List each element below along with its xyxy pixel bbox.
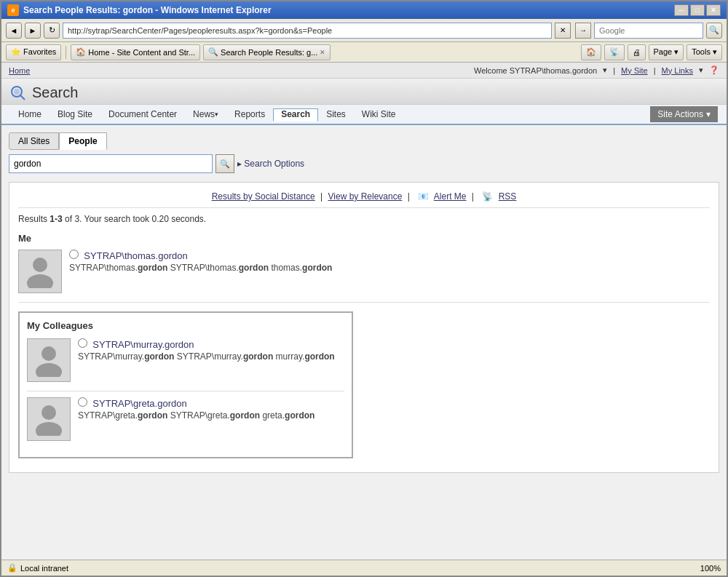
results-by-social-link[interactable]: Results by Social Distance xyxy=(212,191,315,202)
home-button[interactable]: 🏠 xyxy=(581,44,601,60)
svg-point-4 xyxy=(27,274,53,288)
title-bar: e Search People Results: gordon - Window… xyxy=(1,1,727,19)
page-title-text: Search xyxy=(32,84,78,101)
page-menu[interactable]: Page ▾ xyxy=(649,44,684,60)
result-radio-thomas[interactable] xyxy=(69,250,79,259)
stop-button[interactable]: ✕ xyxy=(555,23,571,39)
result-name-text-murray[interactable]: SYTRAP\murray.gordon xyxy=(92,339,194,350)
site-actions-label: Site Actions xyxy=(657,109,703,119)
help-icon[interactable]: ❓ xyxy=(709,65,719,75)
browser-search-button[interactable]: 🔍 xyxy=(706,23,722,39)
tab-all-sites[interactable]: All Sites xyxy=(9,132,59,150)
result-thomas-gordon: SYTRAP\thomas.gordon SYTRAP\thomas.gordo… xyxy=(18,250,710,293)
nav-search[interactable]: Search xyxy=(273,108,318,122)
current-tab-label: Search People Results: g... xyxy=(221,48,317,57)
colleague-divider xyxy=(27,391,344,391)
zoom-text: 100% xyxy=(700,564,721,573)
search-input[interactable] xyxy=(9,154,213,173)
welcome-bar: Welcome SYTRAP\thomas.gordon ▾ | My Site… xyxy=(474,65,719,75)
status-text: Local intranet xyxy=(20,564,68,573)
result-name-thomas: SYTRAP\thomas.gordon xyxy=(69,250,710,261)
go-button[interactable]: → xyxy=(575,23,591,39)
svg-point-2 xyxy=(14,89,20,95)
nav-wiki-site[interactable]: Wiki Site xyxy=(354,108,404,120)
svg-point-6 xyxy=(36,363,62,377)
address-text: http://sytrap/SearchCenter/Pages/peopler… xyxy=(68,26,547,35)
title-bar-left: e Search People Results: gordon - Window… xyxy=(7,4,272,16)
nav-home[interactable]: Home xyxy=(10,108,50,120)
tools-menu[interactable]: Tools ▾ xyxy=(687,44,722,60)
page-title: Search xyxy=(10,84,718,101)
person-avatar-murray-icon xyxy=(34,344,63,377)
my-site-link[interactable]: My Site xyxy=(621,66,648,75)
status-bar: 🔒 Local intranet 100% xyxy=(1,560,727,576)
svg-point-8 xyxy=(36,422,62,436)
my-links-dropdown[interactable]: ▾ xyxy=(699,65,703,75)
person-avatar-icon xyxy=(25,255,55,288)
result-name-murray: SYTRAP\murray.gordon xyxy=(78,338,344,350)
result-radio-greta[interactable] xyxy=(78,397,87,407)
sep2: | xyxy=(408,191,412,202)
address-bar[interactable]: http://sytrap/SearchCenter/Pages/peopler… xyxy=(63,23,552,39)
colleagues-box: My Colleagues SYTRAP\murra xyxy=(18,311,353,458)
status-right: 100% xyxy=(700,564,721,573)
status-left: 🔒 Local intranet xyxy=(7,563,68,573)
sp-topbar: Home Welcome SYTRAP\thomas.gordon ▾ | My… xyxy=(1,63,727,79)
nav-news[interactable]: News xyxy=(185,108,226,120)
result-radio-murray[interactable] xyxy=(78,338,87,348)
tab-close-icon[interactable]: ✕ xyxy=(320,49,325,56)
rss-link[interactable]: RSS xyxy=(499,191,517,202)
result-info-greta: SYTRAP\greta.gordon SYTRAP\greta.gordon … xyxy=(78,397,344,421)
home-icon: 🏠 xyxy=(76,47,86,57)
search-logo-icon xyxy=(10,85,26,101)
forward-button[interactable]: ► xyxy=(25,23,41,39)
search-options-link[interactable]: Search Options xyxy=(237,159,304,169)
nav-items: Home Blog Site Document Center News Repo… xyxy=(10,108,404,120)
nav-reports[interactable]: Reports xyxy=(226,108,273,120)
toolbar-bar: ⭐ Favorites 🏠 Home - Site Content and St… xyxy=(1,42,727,63)
alert-me-link[interactable]: Alert Me xyxy=(434,191,467,202)
section-divider xyxy=(18,302,710,303)
svg-point-5 xyxy=(41,346,56,361)
result-details-murray: SYTRAP\murray.gordon SYTRAP\murray.gordo… xyxy=(78,351,344,362)
favorites-button[interactable]: ⭐ Favorites xyxy=(6,44,61,60)
nav-sites[interactable]: Sites xyxy=(318,108,354,120)
my-links-link[interactable]: My Links xyxy=(662,66,693,75)
result-name-text-greta[interactable]: SYTRAP\greta.gordon xyxy=(92,398,186,409)
breadcrumb[interactable]: Home xyxy=(9,66,30,75)
link-separator: | xyxy=(654,66,656,75)
avatar-thomas xyxy=(18,250,62,293)
result-details-thomas: SYTRAP\thomas.gordon SYTRAP\thomas.gordo… xyxy=(69,263,710,273)
search-go-button[interactable]: 🔍 xyxy=(215,154,234,173)
toolbar-right: 🏠 📡 🖨 Page ▾ Tools ▾ xyxy=(581,44,723,60)
minimize-button[interactable]: ─ xyxy=(674,4,689,16)
current-tab[interactable]: 🔍 Search People Results: g... ✕ xyxy=(203,44,331,60)
site-actions-button[interactable]: Site Actions xyxy=(650,106,718,122)
maximize-button[interactable]: □ xyxy=(690,4,705,16)
refresh-button[interactable]: ↻ xyxy=(44,23,60,39)
tab-people[interactable]: People xyxy=(59,132,106,150)
me-section-title: Me xyxy=(18,233,710,244)
avatar-greta xyxy=(27,397,71,441)
svg-line-1 xyxy=(20,95,25,100)
back-button[interactable]: ◄ xyxy=(6,23,22,39)
welcome-dropdown-icon[interactable]: ▾ xyxy=(603,65,607,75)
print-button[interactable]: 🖨 xyxy=(628,44,646,60)
result-name-text-thomas[interactable]: SYTRAP\thomas.gordon xyxy=(84,250,187,261)
search-input-area: 🔍 Search Options xyxy=(9,154,719,173)
rss-button[interactable]: 📡 xyxy=(604,44,625,60)
sep3: | xyxy=(472,191,476,202)
window-title: Search People Results: gordon - Windows … xyxy=(23,5,272,15)
browser-search-input[interactable] xyxy=(594,23,703,39)
home-tab[interactable]: 🏠 Home - Site Content and Str... xyxy=(71,44,200,60)
nav-blog-site[interactable]: Blog Site xyxy=(50,108,100,120)
welcome-text: Welcome SYTRAP\thomas.gordon xyxy=(474,66,597,75)
tab-icon: 🔍 xyxy=(208,47,218,57)
alert-icon: 📧 xyxy=(418,191,429,202)
nav-document-center[interactable]: Document Center xyxy=(100,108,185,120)
view-by-relevance-link[interactable]: View by Relevance xyxy=(328,191,403,202)
close-button[interactable]: ✕ xyxy=(706,4,721,16)
result-greta-gordon: SYTRAP\greta.gordon SYTRAP\greta.gordon … xyxy=(27,397,344,441)
home-tab-label: Home - Site Content and Str... xyxy=(88,48,195,57)
results-count: Results 1-3 of 3. Your search took 0.20 … xyxy=(18,214,710,224)
